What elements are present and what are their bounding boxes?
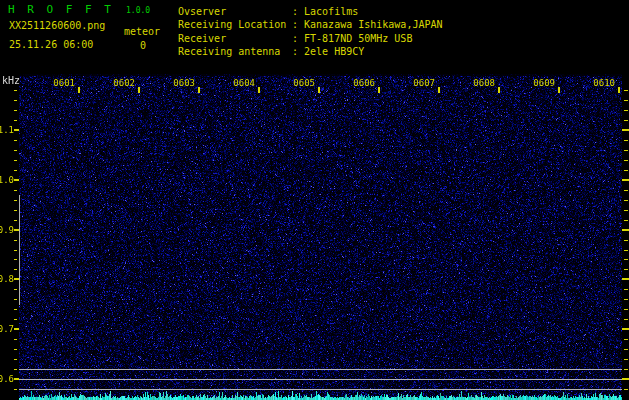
- freq-major-tick-left: [14, 328, 19, 330]
- freq-tick-label-0.9: 0.9: [0, 225, 14, 235]
- time-tick-label-0605: 0605: [289, 78, 315, 89]
- time-tick: [558, 87, 560, 93]
- freq-minor-tick-left: [14, 389, 17, 390]
- time-tick-label-0601: 0601: [49, 78, 75, 89]
- freq-minor-tick-right: [624, 299, 628, 300]
- freq-minor-tick-left: [14, 150, 17, 151]
- freq-tick-label-1.1: 1.1: [0, 125, 14, 135]
- time-tick-label-0603: 0603: [169, 78, 195, 89]
- freq-minor-tick-left: [14, 259, 17, 260]
- time-tick-label-0602: 0602: [109, 78, 135, 89]
- time-tick: [618, 87, 620, 93]
- freq-minor-tick-left: [14, 289, 17, 290]
- freq-major-tick-right: [622, 179, 629, 181]
- freq-minor-tick-left: [14, 240, 17, 241]
- freq-minor-tick-right: [624, 259, 628, 260]
- freq-minor-tick-left: [14, 220, 17, 221]
- freq-minor-tick-right: [624, 150, 628, 151]
- freq-minor-tick-left: [14, 250, 17, 251]
- time-tick-label-0607: 0607: [409, 78, 435, 89]
- info-label: Receiving Location: [178, 18, 292, 31]
- freq-major-tick-left: [14, 229, 19, 231]
- freq-minor-tick-right: [624, 250, 628, 251]
- time-tick: [318, 87, 320, 93]
- info-label: Receiver: [178, 32, 292, 45]
- reference-line-0.6khz: [19, 379, 622, 380]
- freq-minor-tick-left: [14, 369, 17, 370]
- freq-minor-tick-right: [624, 200, 628, 201]
- time-tick: [138, 87, 140, 93]
- datetime-label: 25.11.26 06:00: [9, 39, 93, 50]
- info-label: Receiving antenna: [178, 45, 292, 58]
- info-value: : 2ele HB9CY: [292, 46, 364, 57]
- info-value: : Kanazawa Ishikawa,JAPAN: [292, 19, 443, 30]
- meteor-count: 0: [140, 40, 146, 51]
- freq-minor-tick-right: [624, 160, 628, 161]
- info-value: : FT-817ND 50MHz USB: [292, 33, 412, 44]
- time-tick-label-0608: 0608: [469, 78, 495, 89]
- freq-major-tick-right: [622, 378, 629, 380]
- freq-minor-tick-right: [624, 349, 628, 350]
- reference-line-0.62khz: [19, 369, 622, 370]
- freq-minor-tick-right: [624, 369, 628, 370]
- freq-minor-tick-right: [624, 100, 628, 101]
- spectrogram-noise-canvas: [19, 74, 622, 400]
- time-tick-label-0609: 0609: [529, 78, 555, 89]
- freq-tick-label-0.8: 0.8: [0, 274, 14, 284]
- time-tick-label-0604: 0604: [229, 78, 255, 89]
- freq-minor-tick-left: [14, 319, 17, 320]
- info-row-0: Ovserver: Lacofilms: [178, 5, 443, 18]
- freq-major-tick-right: [622, 229, 629, 231]
- freq-minor-tick-right: [624, 210, 628, 211]
- freq-minor-tick-right: [624, 170, 628, 171]
- freq-tick-label-0.7: 0.7: [0, 324, 14, 334]
- freq-major-tick-right: [622, 129, 629, 131]
- freq-major-tick-left: [14, 278, 19, 280]
- freq-minor-tick-right: [624, 269, 628, 270]
- freq-minor-tick-right: [624, 309, 628, 310]
- freq-minor-tick-right: [624, 110, 628, 111]
- info-row-3: Receiving antenna: 2ele HB9CY: [178, 45, 443, 58]
- freq-minor-tick-left: [14, 210, 17, 211]
- freq-minor-tick-right: [624, 90, 628, 91]
- freq-major-tick-left: [14, 179, 19, 181]
- info-value: : Lacofilms: [292, 6, 358, 17]
- time-tick-label-0606: 0606: [349, 78, 375, 89]
- freq-minor-tick-right: [624, 319, 628, 320]
- output-filename: XX2511260600.png: [9, 20, 105, 31]
- freq-minor-tick-right: [624, 389, 628, 390]
- freq-minor-tick-left: [14, 339, 17, 340]
- freq-minor-tick-left: [14, 170, 17, 171]
- freq-minor-tick-left: [14, 299, 17, 300]
- info-row-1: Receiving Location: Kanazawa Ishikawa,JA…: [178, 18, 443, 31]
- freq-minor-tick-right: [624, 140, 628, 141]
- freq-major-tick-right: [622, 328, 629, 330]
- freq-minor-tick-left: [14, 359, 17, 360]
- freq-tick-label-1.0: 1.0: [0, 175, 14, 185]
- freq-minor-tick-left: [14, 140, 17, 141]
- freq-minor-tick-right: [624, 240, 628, 241]
- freq-minor-tick-left: [14, 160, 17, 161]
- freq-minor-tick-right: [624, 289, 628, 290]
- time-tick: [438, 87, 440, 93]
- station-info-table: Ovserver: LacofilmsReceiving Location: K…: [178, 5, 443, 59]
- freq-minor-tick-right: [624, 220, 628, 221]
- app-title: H R O F F T: [8, 3, 114, 16]
- info-label: Ovserver: [178, 5, 292, 18]
- time-tick: [378, 87, 380, 93]
- app-version: 1.0.0: [126, 6, 150, 15]
- freq-minor-tick-right: [624, 359, 628, 360]
- hrofft-spectrogram-output: H R O F F T 1.0.0 XX2511260600.png meteo…: [0, 0, 629, 400]
- time-tick-label-0610: 0610: [589, 78, 615, 89]
- freq-minor-tick-right: [624, 339, 628, 340]
- freq-minor-tick-left: [14, 110, 17, 111]
- freq-minor-tick-left: [14, 90, 17, 91]
- time-tick: [498, 87, 500, 93]
- freq-minor-tick-left: [14, 200, 17, 201]
- freq-major-tick-right: [622, 278, 629, 280]
- mode-label: meteor: [124, 26, 160, 37]
- info-row-2: Receiver: FT-817ND 50MHz USB: [178, 32, 443, 45]
- time-tick: [78, 87, 80, 93]
- freq-axis-unit-label: kHz: [2, 75, 20, 86]
- freq-minor-tick-left: [14, 309, 17, 310]
